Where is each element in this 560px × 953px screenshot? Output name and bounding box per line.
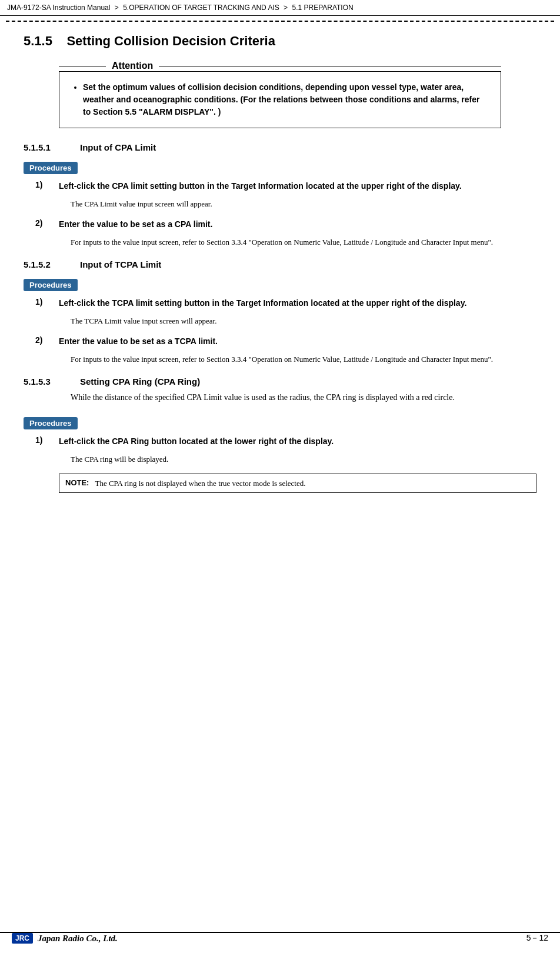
- attention-container: Attention Set the optimum values of coll…: [59, 61, 501, 128]
- section-title: 5.1.5 Setting Collision Decision Criteri…: [24, 34, 536, 49]
- step-5151-1-desc: The CPA Limit value input screen will ap…: [71, 198, 536, 210]
- footer-logo: JRC Japan Radio Co., Ltd.: [12, 933, 118, 944]
- attention-box: Set the optimum values of collision deci…: [59, 71, 501, 128]
- section-5153-intro: While the distance of the specified CPA …: [71, 391, 536, 404]
- step-5151-2: 2) Enter the value to be set as a CPA li…: [35, 218, 536, 231]
- step-5151-2-number: 2): [35, 218, 59, 228]
- footer: JRC Japan Radio Co., Ltd. 5－12: [0, 932, 560, 944]
- attention-line-left: [59, 66, 106, 66]
- step-5152-2-desc: For inputs to the value input screen, re…: [71, 354, 536, 365]
- note-box: NOTE: The CPA ring is not displayed when…: [59, 474, 536, 494]
- procedures-badge-5153: Procedures: [24, 417, 78, 429]
- subsection-5153-number: 5.1.5.3: [24, 376, 71, 386]
- step-5152-1-number: 1): [35, 297, 59, 306]
- footer-page: 5－12: [526, 933, 548, 944]
- step-5152-1: 1) Left-click the TCPA limit setting but…: [35, 297, 536, 309]
- attention-label: Attention: [106, 61, 159, 71]
- step-5152-2: 2) Enter the value to be set as a TCPA l…: [35, 335, 536, 348]
- section-name: Setting Collision Decision Criteria: [66, 34, 275, 48]
- step-5151-2-desc: For inputs to the value input screen, re…: [71, 236, 536, 248]
- step-5153-1-desc: The CPA ring will be displayed.: [71, 454, 536, 465]
- step-5151-1-number: 1): [35, 180, 59, 189]
- step-5153-1-number: 1): [35, 435, 59, 445]
- step-5152-1-text: Left-click the TCPA limit setting button…: [59, 297, 466, 309]
- note-label: NOTE:: [65, 478, 89, 487]
- procedure-steps-5151: 1) Left-click the CPA limit setting butt…: [35, 180, 536, 248]
- attention-line-right: [159, 66, 501, 66]
- attention-header: Attention: [59, 61, 501, 71]
- subsection-5151: 5.1.5.1 Input of CPA Limit: [24, 142, 536, 152]
- subsection-5151-title: Input of CPA Limit: [80, 142, 156, 152]
- subsection-5152-number: 5.1.5.2: [24, 259, 71, 269]
- step-5152-2-text: Enter the value to be set as a TCPA limi…: [59, 335, 218, 348]
- procedures-badge-5152: Procedures: [24, 279, 78, 291]
- main-content: 5.1.5 Setting Collision Decision Criteri…: [0, 28, 560, 511]
- breadcrumb-sep-2: >: [284, 4, 288, 12]
- subsection-5152-title: Input of TCPA Limit: [80, 259, 161, 269]
- breadcrumb-part-1: JMA-9172-SA Instruction Manual: [7, 4, 110, 12]
- step-5151-2-text: Enter the value to be set as a CPA limit…: [59, 218, 212, 231]
- attention-list: Set the optimum values of collision deci…: [83, 81, 489, 118]
- step-5153-1-text: Left-click the CPA Ring button located a…: [59, 435, 334, 448]
- step-5151-1: 1) Left-click the CPA limit setting butt…: [35, 180, 536, 192]
- step-5153-1: 1) Left-click the CPA Ring button locate…: [35, 435, 536, 448]
- breadcrumb: JMA-9172-SA Instruction Manual > 5.OPERA…: [0, 0, 560, 16]
- breadcrumb-sep-1: >: [115, 4, 119, 12]
- subsection-5152: 5.1.5.2 Input of TCPA Limit: [24, 259, 536, 269]
- procedure-steps-5152: 1) Left-click the TCPA limit setting but…: [35, 297, 536, 365]
- step-5152-2-number: 2): [35, 335, 59, 345]
- dashed-divider: [6, 21, 554, 22]
- subsection-5153: 5.1.5.3 Setting CPA Ring (CPA Ring): [24, 376, 536, 386]
- subsection-5151-number: 5.1.5.1: [24, 142, 71, 152]
- step-5152-1-desc: The TCPA Limit value input screen will a…: [71, 315, 536, 327]
- procedure-steps-5153: 1) Left-click the CPA Ring button locate…: [35, 435, 536, 465]
- breadcrumb-part-2: 5.OPERATION OF TARGET TRACKING AND AIS: [123, 4, 279, 12]
- breadcrumb-part-3: 5.1 PREPARATION: [292, 4, 353, 12]
- subsection-5153-title: Setting CPA Ring (CPA Ring): [80, 376, 200, 386]
- footer-company: Japan Radio Co., Ltd.: [38, 934, 118, 944]
- attention-item-1: Set the optimum values of collision deci…: [83, 81, 489, 118]
- procedures-badge-5151: Procedures: [24, 162, 78, 174]
- note-text: The CPA ring is not displayed when the t…: [95, 478, 305, 489]
- section-number: 5.1.5: [24, 34, 52, 48]
- step-5151-1-text: Left-click the CPA limit setting button …: [59, 180, 462, 192]
- jrc-badge: JRC: [12, 933, 33, 944]
